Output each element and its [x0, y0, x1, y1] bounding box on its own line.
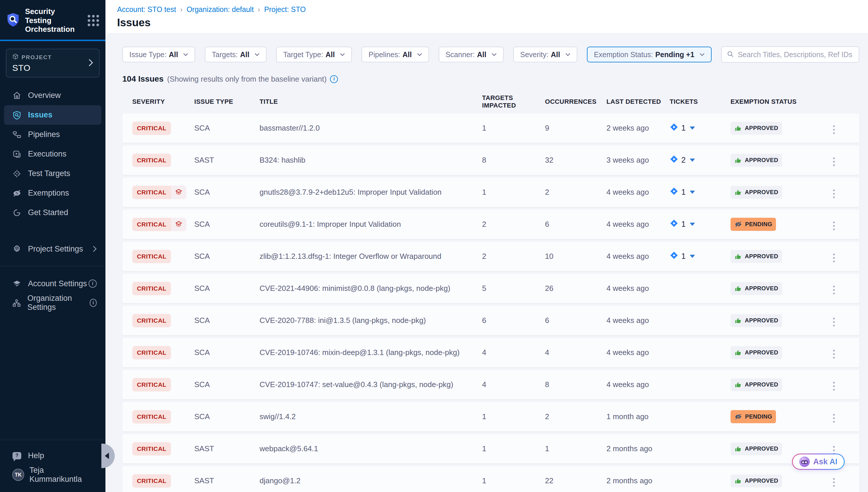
status-label: APPROVED: [745, 189, 778, 196]
row-menu-button[interactable]: [829, 251, 839, 265]
chevron-down-icon: [255, 53, 260, 56]
table-row[interactable]: CRITICAL SCA CVE-2019-10747: set-value@0…: [122, 370, 859, 399]
sidebar-item-account-settings[interactable]: Account Settings i: [0, 274, 105, 293]
table-row[interactable]: CRITICAL SCA gnutls28@3.7.9-2+deb12u5: I…: [122, 177, 859, 207]
row-menu-button[interactable]: [829, 187, 839, 200]
tickets-cell: 1: [669, 251, 731, 262]
sidebar-item-overview[interactable]: Overview: [0, 86, 105, 105]
page-header: Account: STO test›Organization: default›…: [105, 0, 868, 33]
issue-type: SCA: [194, 412, 260, 421]
issue-title: CVE-2019-10746: mixin-deep@1.3.1 (lang-p…: [260, 348, 482, 357]
status-label: APPROVED: [745, 285, 778, 292]
sidebar-item-get-started[interactable]: Get Started: [0, 203, 105, 222]
breadcrumb-separator: ›: [180, 5, 182, 14]
ticket-caret-icon: [690, 158, 695, 162]
row-menu-button[interactable]: [829, 379, 839, 393]
status-cell: APPROVED: [731, 250, 829, 263]
exemption-status-badge: APPROVED: [731, 346, 782, 359]
targets-impacted: 4: [482, 348, 545, 357]
sidebar-item-issues[interactable]: Issues: [4, 105, 101, 125]
table-row[interactable]: CRITICAL SCA coreutils@9.1-1: Improper I…: [122, 210, 859, 239]
ticket-dropdown[interactable]: 1: [669, 219, 695, 230]
user-menu[interactable]: TK Teja Kummarikuntla: [0, 465, 105, 485]
filter-dropdown[interactable]: Issue Type:All: [122, 47, 195, 63]
sidebar-item-organization-settings[interactable]: Organization Settings i: [0, 293, 105, 313]
breadcrumb-link[interactable]: Account: STO test: [117, 5, 176, 14]
filter-label: Exemption Status:: [594, 50, 653, 59]
app-switcher-icon[interactable]: [88, 15, 99, 26]
eye-off-icon: [734, 413, 742, 421]
row-menu-button[interactable]: [829, 123, 839, 137]
table-row[interactable]: CRITICAL SCA CVE-2020-7788: ini@1.3.5 (l…: [122, 306, 859, 335]
last-detected: 4 weeks ago: [606, 188, 669, 197]
issue-title: webpack@5.64.1: [260, 444, 482, 453]
row-menu-button[interactable]: [829, 155, 839, 169]
filter-dropdown[interactable]: Pipelines:All: [362, 47, 429, 63]
filter-dropdown[interactable]: Severity:All: [513, 47, 577, 63]
project-selector[interactable]: PROJECT STO: [6, 49, 100, 77]
table-row[interactable]: CRITICAL SAST B324: hashlib 8 32 3 weeks…: [122, 145, 859, 175]
issue-title: zlib@1:1.2.13.dfsg-1: Integer Overflow o…: [260, 252, 482, 261]
ticket-dropdown[interactable]: 1: [669, 251, 695, 262]
sidebar-item-exemptions[interactable]: Exemptions: [0, 183, 105, 203]
table-row[interactable]: CRITICAL SCA swig//1.4.2 1 2 1 month ago…: [122, 402, 859, 432]
table-row[interactable]: CRITICAL SCA zlib@1:1.2.13.dfsg-1: Integ…: [122, 242, 859, 271]
ask-ai-button[interactable]: Ask AI: [792, 453, 845, 470]
severity-badge: CRITICAL: [132, 442, 171, 456]
sidebar-item-pipelines[interactable]: Pipelines: [0, 125, 105, 144]
row-menu-button[interactable]: [829, 315, 839, 329]
thumbs-up-icon: [734, 156, 742, 164]
targets-impacted: 2: [482, 252, 545, 261]
issue-title: CVE-2019-10747: set-value@0.4.3 (lang-pk…: [260, 380, 482, 389]
info-icon[interactable]: i: [90, 299, 97, 307]
sidebar-item-executions[interactable]: Executions: [0, 144, 105, 164]
ticket-caret-icon: [690, 223, 695, 226]
occurrences: 8: [545, 380, 606, 389]
severity-badge: CRITICAL: [132, 122, 171, 135]
sidebar-item-project-settings[interactable]: Project Settings: [0, 239, 105, 259]
row-menu-button[interactable]: [829, 283, 839, 297]
row-menu-button[interactable]: [829, 412, 839, 425]
sidebar-item-label: Help: [28, 451, 44, 460]
ticket-dropdown[interactable]: 1: [669, 187, 695, 198]
main-content: Account: STO test›Organization: default›…: [105, 0, 868, 492]
search-input[interactable]: [738, 50, 854, 59]
breadcrumb-link[interactable]: Project: STO: [264, 5, 306, 14]
filter-dropdown[interactable]: Targets:All: [205, 47, 266, 63]
table-row[interactable]: CRITICAL SCA CVE-2019-10746: mixin-deep@…: [122, 338, 859, 367]
filter-dropdown[interactable]: Scanner:All: [439, 47, 504, 63]
column-header: SEVERITY: [132, 98, 194, 105]
info-icon[interactable]: i: [330, 75, 338, 83]
sidebar-item-test-targets[interactable]: Test Targets: [0, 164, 105, 183]
jira-icon: [669, 155, 678, 166]
table-row[interactable]: CRITICAL SCA CVE-2021-44906: minimist@0.…: [122, 274, 859, 303]
status-label: APPROVED: [745, 445, 778, 452]
avatar: TK: [12, 469, 24, 481]
status-cell: APPROVED: [731, 346, 829, 359]
layers-icon: [171, 186, 186, 199]
info-icon[interactable]: i: [88, 279, 97, 288]
column-header: ISSUE TYPE: [194, 98, 260, 105]
row-menu-button[interactable]: [829, 347, 839, 361]
sidebar-item-help[interactable]: ? Help: [0, 446, 105, 465]
ticket-dropdown[interactable]: 1: [669, 123, 695, 133]
table-row[interactable]: CRITICAL SAST django@1.2 1 22 2 months a…: [122, 466, 859, 492]
ask-ai-label: Ask AI: [813, 457, 837, 466]
thumbs-up-icon: [734, 381, 742, 389]
table-row[interactable]: CRITICAL SCA bassmaster//1.2.0 1 9 2 wee…: [122, 114, 859, 143]
app-window: Security Testing Orchestration PROJECT S…: [0, 0, 868, 492]
ticket-dropdown[interactable]: 2: [669, 155, 695, 166]
row-menu-button[interactable]: [829, 476, 839, 489]
filter-dropdown[interactable]: Exemption Status:Pending +1: [587, 47, 712, 63]
table-row[interactable]: CRITICAL SAST webpack@5.64.1 1 1 2 month…: [122, 434, 859, 463]
issue-type: SCA: [194, 252, 260, 261]
row-menu-button[interactable]: [829, 219, 839, 232]
table-rows: CRITICAL SCA bassmaster//1.2.0 1 9 2 wee…: [122, 114, 859, 492]
breadcrumb-link[interactable]: Organization: default: [186, 5, 254, 14]
app-logo-icon: [6, 12, 20, 29]
last-detected: 4 weeks ago: [606, 380, 669, 389]
status-cell: APPROVED: [731, 474, 829, 487]
occurrences: 2: [545, 412, 606, 421]
last-detected: 4 weeks ago: [606, 220, 669, 229]
filter-dropdown[interactable]: Target Type:All: [276, 47, 352, 63]
